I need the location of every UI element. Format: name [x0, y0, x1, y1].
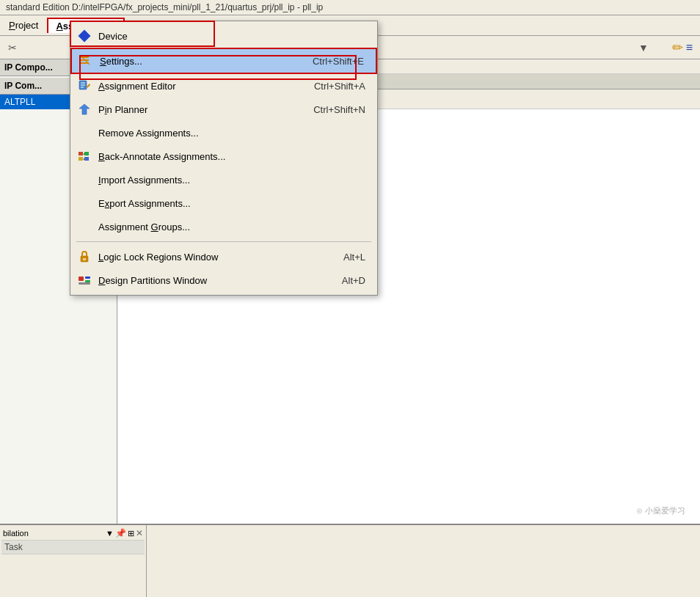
bottom-left-panel: bilation ▼ 📌 ⊞ ✕ Task [0, 525, 147, 597]
svg-rect-14 [83, 258, 86, 260]
dropdown-assignment-groups[interactable]: Assignment Groups... [70, 215, 377, 238]
bottom-dock-icon[interactable]: ⊞ [128, 529, 134, 538]
device-label: Device [98, 31, 336, 42]
bottom-toolbar: bilation ▼ 📌 ⊞ ✕ [1, 527, 145, 541]
assignment-editor-label: Assignment Editor [98, 81, 285, 92]
dropdown-import-assignments[interactable]: Import Assignments... [70, 168, 377, 191]
back-annotate-icon [76, 148, 92, 164]
dropdown-design-partitions[interactable]: Design Partitions Window Alt+D [70, 268, 377, 292]
bottom-pin-icon[interactable]: 📌 [115, 528, 126, 538]
svg-rect-18 [79, 282, 90, 285]
dropdown-assignment-editor[interactable]: Assignment Editor Ctrl+Shift+A [70, 74, 377, 98]
svg-rect-12 [84, 157, 89, 161]
assignment-editor-icon [76, 78, 92, 94]
back-annotate-label: Back-Annotate Assignments... [98, 151, 336, 162]
svg-marker-8 [79, 104, 90, 114]
pin-planner-label: Pin Planner [98, 104, 284, 115]
design-partitions-icon [76, 272, 92, 288]
settings-icon [78, 53, 94, 69]
dropdown-pin-planner[interactable]: Pin Planner Ctrl+Shift+N [70, 98, 377, 121]
toolbar-lines-icon: ≡ [686, 41, 693, 54]
dropdown-back-annotate[interactable]: Back-Annotate Assignments... [70, 144, 377, 168]
design-partitions-shortcut: Alt+D [342, 275, 365, 286]
menu-project-label: Project [9, 20, 38, 31]
assignment-editor-shortcut: Ctrl+Shift+A [314, 81, 365, 92]
pin-planner-shortcut: Ctrl+Shift+N [313, 104, 365, 115]
export-icon [76, 195, 92, 211]
bottom-dropdown[interactable]: ▼ [106, 529, 114, 538]
settings-shortcut: Ctrl+Shift+E [313, 56, 364, 67]
compilation-label: bilation [3, 529, 104, 538]
logic-lock-shortcut: Alt+L [343, 252, 365, 263]
assignment-groups-label: Assignment Groups... [98, 221, 336, 232]
svg-rect-9 [79, 152, 83, 155]
settings-label: Settings... [100, 56, 283, 67]
bottom-right-panel [147, 525, 700, 597]
bottom-panel: bilation ▼ 📌 ⊞ ✕ Task [0, 524, 700, 597]
remove-icon [76, 125, 92, 141]
bottom-close-icon[interactable]: ✕ [136, 528, 143, 538]
svg-rect-17 [85, 280, 90, 282]
export-assignments-label: Export Assignments... [98, 198, 336, 209]
svg-rect-10 [84, 152, 89, 155]
design-partitions-label: Design Partitions Window [98, 275, 313, 286]
menu-project[interactable]: Project [0, 17, 47, 34]
title-text: standard Edition D:/intelFPGA/fx_project… [6, 2, 323, 12]
dropdown-export-assignments[interactable]: Export Assignments... [70, 191, 377, 215]
device-icon [76, 28, 92, 44]
dropdown-device[interactable]: Device [70, 24, 377, 48]
logic-lock-icon [76, 249, 92, 265]
dropdown-settings[interactable]: Settings... Ctrl+Shift+E [70, 48, 377, 74]
groups-icon [76, 219, 92, 235]
task-header: Task [1, 541, 145, 554]
dropdown-remove-assignments[interactable]: Remove Assignments... [70, 121, 377, 144]
import-icon [76, 172, 92, 188]
remove-assignments-label: Remove Assignments... [98, 128, 336, 139]
toolbar-pencil-icon: ✏ [672, 40, 683, 56]
dropdown-logic-lock[interactable]: Logic Lock Regions Window Alt+L [70, 245, 377, 268]
watermark: ⊙ 小燊爱学习 [636, 505, 685, 516]
toolbar-dropdown-arrow[interactable]: ▼ [635, 39, 652, 56]
svg-rect-11 [79, 157, 83, 161]
title-bar: standard Edition D:/intelFPGA/fx_project… [0, 0, 700, 15]
pin-planner-icon [76, 101, 92, 117]
assignments-dropdown: Device Settings... Ctrl+Shift+E As [70, 21, 378, 296]
svg-rect-16 [85, 276, 90, 279]
separator-1 [76, 241, 371, 242]
toolbar-scissors[interactable]: ✂ [4, 39, 21, 56]
logic-lock-label: Logic Lock Regions Window [98, 252, 314, 263]
svg-rect-15 [79, 276, 84, 281]
import-assignments-label: Import Assignments... [98, 175, 336, 186]
